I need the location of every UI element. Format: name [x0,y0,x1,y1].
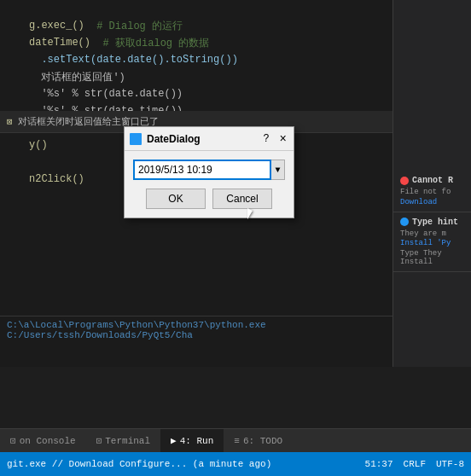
info-icon [400,218,409,226]
dialog-close-button[interactable]: × [278,132,288,146]
date-dialog[interactable]: DateDialog ? × ▼ OK Cancel [124,126,294,218]
error-title: Cannot R [412,176,453,185]
tab-terminal-label: Terminal [105,436,150,446]
right-panel: Cannot R File not fo Download Type hint … [392,0,471,367]
dropdown-button[interactable]: ▼ [271,160,285,180]
ok-button[interactable]: OK [146,189,206,209]
console-icon: ⊡ [10,435,16,446]
status-right: 51:37 CRLF UTF-8 [365,459,464,469]
tab-console[interactable]: ⊡ on Console [0,429,86,453]
git-status: git.exe // Download Configure... (a minu… [7,459,271,469]
tab-run-label: 4: Run [180,436,214,446]
date-input[interactable] [133,160,271,180]
dialog-title: DateDialog [147,133,254,145]
encoding: UTF-8 [436,459,464,469]
download-link[interactable]: Download [400,198,464,206]
error-body: File not fo [400,188,464,198]
dialog-titlebar: DateDialog ? × [125,127,294,151]
bottom-tabs-bar: ⊡ on Console ⊡ Terminal ▶ 4: Run ≡ 6: TO… [0,428,471,452]
dialog-help-button[interactable]: ? [259,133,272,145]
cursor-position: 51:37 [365,459,393,469]
error-icon [400,177,409,185]
dialog-body: ▼ OK Cancel [125,151,294,218]
terminal-icon: ⊡ [96,435,102,446]
tab-run[interactable]: ▶ 4: Run [160,429,224,453]
dialog-input-row: ▼ [133,160,285,180]
run-icon: ▶ [171,435,177,446]
info-body: They are m [400,229,464,240]
todo-icon: ≡ [234,436,240,446]
dialog-app-icon [130,133,142,145]
info-notification[interactable]: Type hint They are m Install 'Py Type Th… [393,212,471,273]
line-ending: CRLF [404,459,426,469]
dialog-buttons: OK Cancel [133,189,285,209]
tab-terminal[interactable]: ⊡ Terminal [86,429,160,453]
status-left: git.exe // Download Configure... (a minu… [7,459,358,469]
tab-todo-label: 6: TODO [243,436,282,446]
info-title: Type hint [412,218,458,227]
tab-todo[interactable]: ≡ 6: TODO [224,429,293,453]
status-bar: git.exe // Download Configure... (a minu… [0,452,471,476]
type-install-hint: Type They Install [400,249,464,266]
tab-console-label: on Console [20,436,76,446]
cancel-button[interactable]: Cancel [212,189,272,209]
error-notification[interactable]: Cannot R File not fo Download [393,171,471,212]
install-link[interactable]: Install 'Py [400,239,464,247]
